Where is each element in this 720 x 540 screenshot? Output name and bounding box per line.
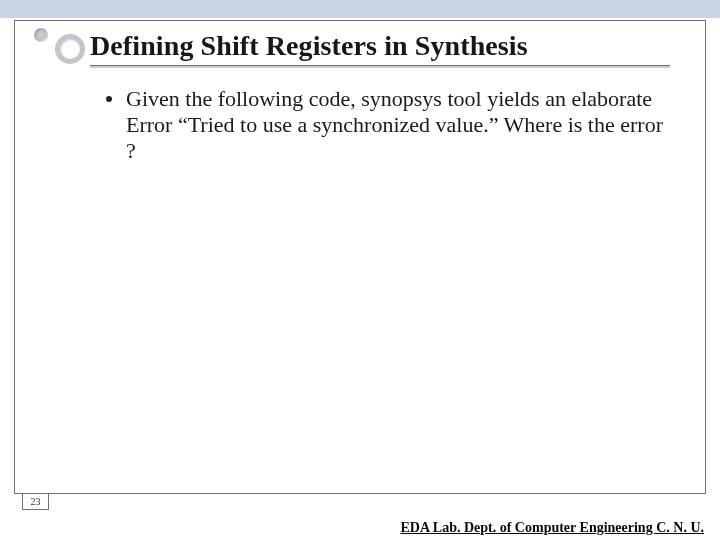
slide: Defining Shift Registers in Synthesis Gi… [0, 0, 720, 540]
slide-title: Defining Shift Registers in Synthesis [90, 30, 690, 62]
decor-circle-large-icon [55, 34, 85, 64]
body-text: Given the following code, synopsys tool … [120, 86, 665, 164]
page-number: 23 [22, 493, 49, 510]
bullet-text: Given the following code, synopsys tool … [126, 86, 665, 164]
bullet-item: Given the following code, synopsys tool … [120, 86, 665, 164]
footer-text: EDA Lab. Dept. of Computer Engineering C… [0, 520, 720, 536]
top-accent-bar [0, 0, 720, 18]
bullet-dot-icon [106, 96, 112, 102]
title-underline [90, 65, 670, 68]
decor-circle-small-icon [34, 28, 48, 42]
